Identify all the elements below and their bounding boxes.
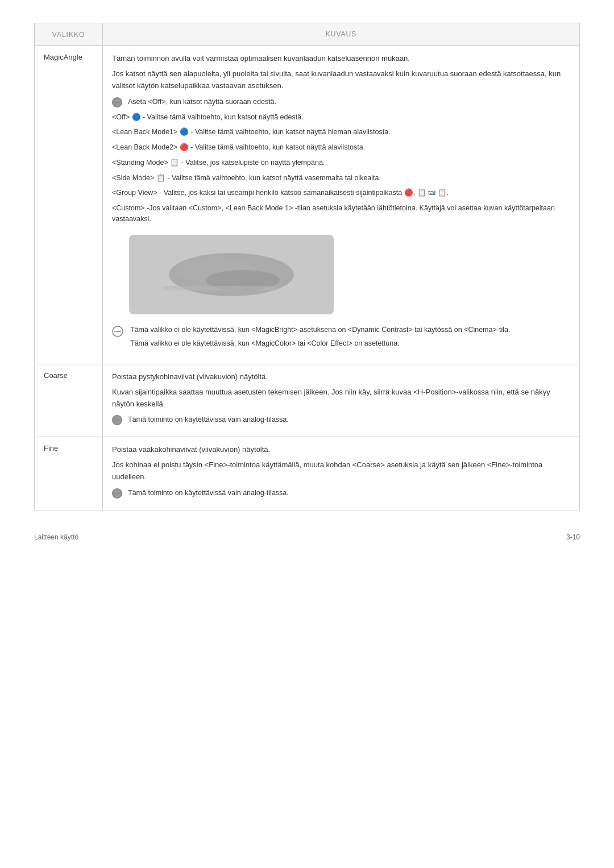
- note-text: Aseta <Off>, kun katsot näyttä suoraan e…: [128, 97, 276, 107]
- bottom-note-row: Tämä valikko ei ole käytettävissä, kun <…: [112, 325, 570, 353]
- note-row: <Lean Back Mode1> 🔵 - Valitse tämä vaiht…: [112, 127, 570, 138]
- bottom-note-text: Tämä valikko ei ole käytettävissä, kun <…: [130, 338, 510, 349]
- note-icon: [112, 488, 122, 499]
- note-icon: [112, 97, 122, 107]
- desc-paragraph: Poistaa pystykohinaviivat (viivakuvion) …: [112, 371, 570, 383]
- note-row: Tämä toiminto on käytettävissä vain anal…: [112, 414, 570, 425]
- note-icon: [112, 415, 122, 425]
- image-placeholder: [129, 235, 334, 314]
- bullet-text: <Lean Back Mode2> 🔴 - Valitse tämä vaiht…: [112, 142, 365, 153]
- desc-cell: Poistaa vaakakohinaviivat (viivakuvion) …: [103, 437, 580, 510]
- bottom-note-icon: [112, 326, 125, 341]
- note-row: <Group View> - Valitse, jos kaksi tai us…: [112, 188, 570, 198]
- desc-paragraph: Poistaa vaakakohinaviivat (viivakuvion) …: [112, 444, 570, 456]
- bottom-note-texts: Tämä valikko ei ole käytettävissä, kun <…: [130, 325, 510, 353]
- table-row: FinePoistaa vaakakohinaviivat (viivakuvi…: [35, 437, 580, 510]
- note-row: <Side Mode> 📋 - Valitse tämä vaihtoehto,…: [112, 173, 570, 184]
- table-row: MagicAngleTämän toiminnon avulla voit va…: [35, 46, 580, 364]
- note-text: Tämä toiminto on käytettävissä vain anal…: [128, 414, 289, 425]
- bullet-text: <Custom> -Jos valitaan <Custom>, <Lean B…: [112, 203, 570, 225]
- bottom-note-text: Tämä valikko ei ole käytettävissä, kun <…: [130, 325, 510, 335]
- page-content: VALIKKO KUVAUS MagicAngleTämän toiminnon…: [34, 23, 580, 510]
- note-row: <Off> 🔵 - Valitse tämä vaihtoehto, kun k…: [112, 112, 570, 123]
- bullet-text: <Standing Mode> 📋 - Valitse, jos katselu…: [112, 157, 325, 168]
- desc-cell: Poistaa pystykohinaviivat (viivakuvion) …: [103, 364, 580, 437]
- desc-paragraph: Jos katsot näyttä sen alapuolelta, yli p…: [112, 68, 570, 92]
- footer-left: Laitteen käyttö: [34, 533, 78, 541]
- note-row: <Custom> -Jos valitaan <Custom>, <Lean B…: [112, 203, 570, 225]
- desc-cell: Tämän toiminnon avulla voit varmistaa op…: [103, 46, 580, 364]
- menu-cell: MagicAngle: [35, 46, 103, 364]
- note-row: Tämä toiminto on käytettävissä vain anal…: [112, 488, 570, 499]
- main-table: VALIKKO KUVAUS MagicAngleTämän toiminnon…: [34, 23, 580, 510]
- bullet-text: <Side Mode> 📋 - Valitse tämä vaihtoehto,…: [112, 173, 381, 184]
- footer: Laitteen käyttö 3-10: [34, 533, 580, 541]
- note-text: Tämä toiminto on käytettävissä vain anal…: [128, 488, 289, 499]
- menu-cell: Coarse: [35, 364, 103, 437]
- notes-container: Tämä valikko ei ole käytettävissä, kun <…: [112, 325, 570, 353]
- header-desc: KUVAUS: [103, 23, 580, 46]
- desc-paragraph: Jos kohinaa ei poistu täysin <Fine>-toim…: [112, 459, 570, 483]
- note-row: <Standing Mode> 📋 - Valitse, jos katselu…: [112, 157, 570, 168]
- note-row: <Lean Back Mode2> 🔴 - Valitse tämä vaiht…: [112, 142, 570, 153]
- bullet-text: <Group View> - Valitse, jos kaksi tai us…: [112, 188, 449, 198]
- note-row: Aseta <Off>, kun katsot näyttä suoraan e…: [112, 97, 570, 107]
- svg-rect-6: [163, 286, 277, 290]
- bullet-text: <Lean Back Mode1> 🔵 - Valitse tämä vaiht…: [112, 127, 391, 138]
- desc-paragraph: Kuvan sijaintipaikka saattaa muuttua ase…: [112, 387, 570, 410]
- menu-cell: Fine: [35, 437, 103, 510]
- table-row: CoarsePoistaa pystykohinaviivat (viivaku…: [35, 364, 580, 437]
- bullet-text: <Off> 🔵 - Valitse tämä vaihtoehto, kun k…: [112, 112, 304, 123]
- footer-right: 3-10: [566, 533, 580, 541]
- header-menu: VALIKKO: [35, 23, 103, 46]
- desc-paragraph: Tämän toiminnon avulla voit varmistaa op…: [112, 53, 570, 65]
